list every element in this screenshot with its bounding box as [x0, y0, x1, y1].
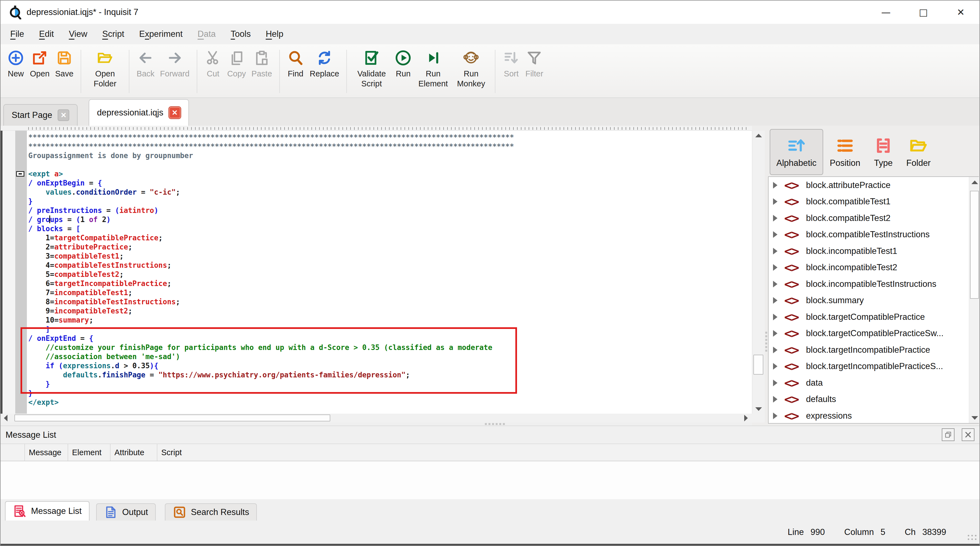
cut-button[interactable]: Cut — [202, 48, 224, 79]
float-panel-icon[interactable] — [942, 429, 955, 441]
tree-item-data[interactable]: <>data — [768, 375, 978, 391]
header-cell-message[interactable]: Message — [25, 444, 68, 461]
view-alphabetic-button[interactable]: Alphabetic — [770, 129, 823, 175]
open-folder-button[interactable]: Open Folder — [86, 48, 124, 89]
tree-item-block-targetcompatiblepracticesw-[interactable]: <>block.targetCompatiblePracticeSw... — [768, 325, 978, 342]
forward-button[interactable]: Forward — [158, 48, 192, 79]
menu-item-tools[interactable]: Tools — [223, 24, 258, 44]
editor-vertical-scrollbar[interactable] — [752, 131, 765, 414]
expander-icon[interactable] — [773, 198, 778, 205]
resize-grip-icon[interactable] — [967, 534, 978, 542]
paste-button[interactable]: Paste — [249, 48, 275, 79]
tab-output[interactable]: Output — [96, 503, 156, 521]
save-button[interactable]: Save — [52, 48, 76, 79]
scroll-up-icon[interactable] — [970, 178, 980, 187]
editor-ruler — [0, 126, 752, 131]
scroll-down-icon[interactable] — [754, 404, 764, 414]
scrollbar-thumb[interactable] — [970, 191, 979, 299]
tree-item-block-attributepractice[interactable]: <>block.attributePractice — [768, 177, 978, 194]
scroll-right-icon[interactable] — [741, 413, 751, 423]
run-button[interactable]: Run — [392, 48, 415, 79]
menu-item-file[interactable]: File — [3, 24, 32, 44]
tab-start-page[interactable]: Start Page ✕ — [3, 104, 78, 126]
menu-item-edit[interactable]: Edit — [32, 24, 61, 44]
tree-scrollbar[interactable] — [969, 177, 980, 423]
close-panel-icon[interactable] — [962, 429, 974, 441]
expander-icon[interactable] — [773, 182, 778, 189]
header-cell-element[interactable]: Element — [68, 444, 111, 461]
expander-icon[interactable] — [773, 264, 778, 271]
tree-item-block-compatibletest2[interactable]: <>block.compatibleTest2 — [768, 210, 978, 227]
tree-item-block-targetcompatiblepractice[interactable]: <>block.targetCompatiblePractice — [768, 309, 978, 325]
scroll-up-icon[interactable] — [754, 131, 764, 140]
expander-icon[interactable] — [773, 314, 778, 321]
back-button[interactable]: Back — [134, 48, 157, 79]
open-button[interactable]: Open — [27, 48, 52, 79]
close-icon[interactable]: ✕ — [942, 0, 980, 24]
menu-item-script[interactable]: Script — [95, 24, 132, 44]
expander-icon[interactable] — [773, 330, 778, 336]
copy-button[interactable]: Copy — [224, 48, 249, 79]
tree-item-expressions[interactable]: <>expressions — [768, 408, 978, 424]
expander-icon[interactable] — [773, 281, 778, 287]
close-tab-icon[interactable]: ✕ — [169, 107, 181, 119]
replace-button[interactable]: Replace — [307, 48, 342, 79]
header-cell-attribute[interactable]: Attribute — [111, 444, 158, 461]
close-tab-icon[interactable]: ✕ — [57, 110, 69, 121]
header-cell-blank[interactable] — [0, 444, 25, 461]
tree-item-defaults[interactable]: <>defaults — [768, 391, 978, 408]
tree-item-block-compatibletest1[interactable]: <>block.compatibleTest1 — [768, 194, 978, 210]
tree-item-block-targetincompatiblepractices-[interactable]: <>block.targetIncompatiblePracticeS... — [768, 358, 978, 375]
tab-search-results[interactable]: Search Results — [165, 503, 257, 521]
expander-icon[interactable] — [773, 396, 778, 403]
scroll-left-icon[interactable] — [0, 413, 11, 423]
scroll-down-icon[interactable] — [970, 413, 980, 422]
vertical-splitter-handle[interactable] — [765, 332, 767, 352]
validate-script-button[interactable]: Validate Script — [351, 48, 392, 89]
maximize-icon[interactable]: □ — [905, 0, 942, 24]
horizontal-splitter-handle[interactable] — [485, 423, 505, 425]
menu-item-view[interactable]: View — [61, 24, 95, 44]
menu-bar: FileEditViewScriptExperimentDataToolsHel… — [0, 24, 980, 44]
filter-button[interactable]: Filter — [523, 48, 546, 79]
find-button[interactable]: Find — [284, 48, 307, 79]
tree-item-block-targetincompatiblepractice[interactable]: <>block.targetIncompatiblePractice — [768, 342, 978, 358]
expander-icon[interactable] — [773, 215, 778, 222]
tree-item-block-summary[interactable]: <>block.summary — [768, 292, 978, 309]
collapse-region-icon[interactable] — [16, 171, 24, 177]
tree-item-block-compatibletestinstructions[interactable]: <>block.compatibleTestInstructions — [768, 227, 978, 243]
expander-icon[interactable] — [773, 413, 778, 419]
element-icon: <> — [784, 211, 798, 225]
view-position-button[interactable]: Position — [823, 129, 867, 175]
minimize-icon[interactable]: — — [867, 0, 905, 24]
menu-item-experiment[interactable]: Experiment — [132, 24, 190, 44]
expander-icon[interactable] — [773, 248, 778, 254]
expander-icon[interactable] — [773, 347, 778, 353]
scrollbar-thumb[interactable] — [753, 355, 763, 375]
menu-item-help[interactable]: Help — [258, 24, 291, 44]
view-type-button[interactable]: Type — [867, 129, 900, 175]
header-cell-script[interactable]: Script — [158, 444, 213, 461]
code-editor[interactable]: ****************************************… — [0, 131, 752, 414]
editor-horizontal-scrollbar[interactable] — [0, 414, 752, 422]
tree-item-label: block.targetIncompatiblePracticeS... — [806, 361, 943, 371]
run-element-button[interactable]: Run Element — [415, 48, 452, 89]
vertical-splitter[interactable] — [765, 126, 768, 425]
tree-item-block-incompatibletest2[interactable]: <>block.incompatibleTest2 — [768, 259, 978, 276]
sort-button[interactable]: Sort — [500, 48, 523, 79]
menu-item-data[interactable]: Data — [190, 24, 223, 44]
message-table-body[interactable] — [0, 461, 980, 499]
tab-depressioniat-iqjs[interactable]: depressioniat.iqjs ✕ — [89, 99, 189, 126]
tree-item-block-incompatibletestinstructions[interactable]: <>block.incompatibleTestInstructions — [768, 276, 978, 292]
expander-icon[interactable] — [773, 379, 778, 386]
view-folder-button[interactable]: Folder — [900, 129, 937, 175]
status-bar: Line990 Column5 Ch38399 — [0, 521, 980, 544]
tab-message-list[interactable]: Message List — [5, 501, 89, 521]
new-button[interactable]: New — [5, 48, 27, 79]
tree-item-block-incompatibletest1[interactable]: <>block.incompatibleTest1 — [768, 243, 978, 259]
run-monkey-button[interactable]: Run Monkey — [452, 48, 490, 89]
expander-icon[interactable] — [773, 231, 778, 238]
expander-icon[interactable] — [773, 363, 778, 370]
expander-icon[interactable] — [773, 297, 778, 304]
scrollbar-thumb[interactable] — [14, 414, 330, 421]
